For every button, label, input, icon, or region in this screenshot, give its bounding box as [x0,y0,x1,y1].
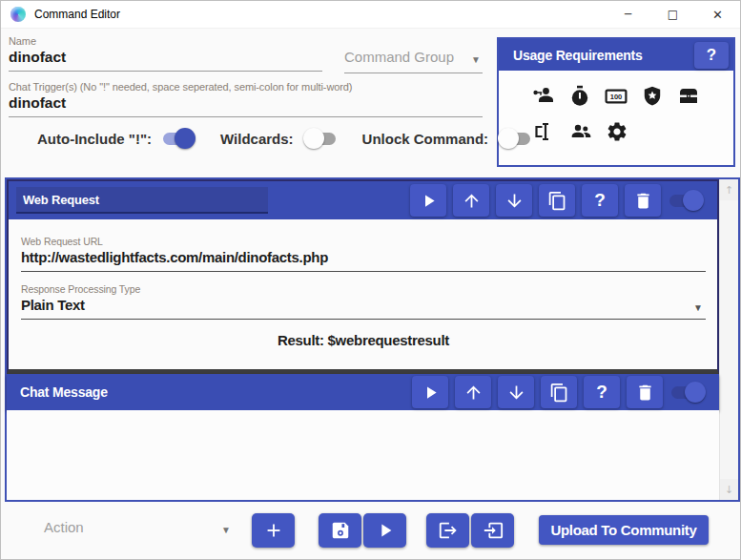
usage-requirements-header: Usage Requirements ? [499,39,733,71]
response-type-label: Response Processing Type [21,283,706,295]
response-type-value: Plain Text [21,297,706,313]
key-person-icon[interactable] [532,85,555,108]
auto-include-label: Auto-Include "!": [37,131,152,147]
play-button[interactable] [412,376,448,408]
toggles-row: Auto-Include "!": Wildcards: Unlock Comm… [37,126,557,151]
maximize-button[interactable]: □ [650,1,695,28]
response-type-dropdown[interactable]: Response Processing Type Plain Text ▼ [21,283,706,320]
bottom-bar: Action ▼ Upload To Community [1,502,741,560]
section-enabled-toggle[interactable] [669,382,706,403]
copy-button[interactable] [539,184,575,217]
move-down-button[interactable] [498,376,534,408]
app-logo-icon [10,7,26,22]
move-up-button[interactable] [453,184,489,217]
unlock-command-toggle[interactable] [498,128,532,149]
help-button[interactable]: ? [582,184,618,217]
url-label: Web Request URL [21,236,706,247]
cost-currency-icon[interactable]: 100 [605,85,628,108]
action-placeholder: Action [44,519,233,538]
chat-message-body[interactable] [7,410,719,500]
plus-icon [263,520,284,541]
result-value: $webrequestresult [328,332,449,348]
gear-icon[interactable] [606,120,628,143]
help-button[interactable]: ? [584,376,620,408]
usage-help-button[interactable]: ? [694,42,729,69]
cooldown-timer-icon[interactable] [568,85,591,108]
web-request-toolbar: ? [410,184,704,217]
section-enabled-toggle[interactable] [668,190,704,211]
delete-button[interactable] [627,376,663,408]
titlebar: Command Editor ─ □ ✕ [1,1,740,29]
result-line: Result: $webrequestresult [21,332,706,348]
save-icon [330,520,351,541]
chevron-down-icon: ▼ [471,54,481,65]
minimize-button[interactable]: ─ [606,1,650,28]
wildcards-label: Wildcards: [220,131,294,147]
unlock-command-label: Unlock Command: [362,131,489,147]
import-icon [483,520,504,541]
treasure-chest-icon[interactable] [677,85,700,108]
shield-star-icon[interactable] [641,85,664,108]
save-button[interactable] [319,513,361,548]
actions-list: ? Web Request URL http://wastedlightfact… [7,179,719,500]
result-label: Result: [278,332,324,348]
chevron-down-icon: ▼ [693,302,703,313]
chat-triggers-input[interactable]: dinofact [9,94,483,112]
web-request-body: Web Request URL http://wastedlightfacts.… [9,236,717,348]
name-label: Name [9,35,322,47]
usage-icons-row2 [533,120,733,143]
copy-button[interactable] [541,376,577,408]
auto-include-toggle[interactable] [161,128,196,149]
chat-message-section: Chat Message ? [7,374,719,500]
web-request-section: ? Web Request URL http://wastedlightfact… [7,179,719,374]
export-button[interactable] [426,513,469,548]
url-field-group: Web Request URL http://wastedlightfacts.… [21,236,706,272]
usage-icons-row1: 100 [499,85,733,108]
window-title: Command Editor [34,8,120,21]
chat-triggers-label: Chat Trigger(s) (No "!" needed, space se… [9,81,483,93]
chat-triggers-group: Chat Trigger(s) (No "!" needed, space se… [9,81,483,117]
run-button[interactable] [363,513,406,548]
name-field-group: Name dinofact [9,35,322,72]
chevron-down-icon: ▼ [221,525,231,535]
export-icon [438,520,459,541]
name-input[interactable]: dinofact [9,49,322,66]
command-group-dropdown[interactable]: Command Group ▼ [344,49,483,73]
scroll-down-icon[interactable]: ↓ [720,479,738,500]
web-request-header: ? [9,181,717,219]
action-dropdown[interactable]: Action ▼ [44,519,233,538]
wildcards-toggle[interactable] [303,128,338,149]
play-button[interactable] [410,184,446,217]
svg-text:100: 100 [610,93,623,101]
url-input[interactable]: http://wastedlightfacts.com/main/dinofac… [21,249,706,265]
chat-message-toolbar: ? [412,376,706,408]
move-down-button[interactable] [496,184,532,217]
group-icon[interactable] [569,120,592,143]
delete-button[interactable] [625,184,661,217]
play-icon [375,520,396,541]
section-title: Chat Message [20,384,108,400]
window-controls: ─ □ ✕ [606,1,740,28]
add-action-button[interactable] [252,513,295,548]
vertical-scrollbar[interactable]: ↑ ↓ [719,179,738,500]
section-name-input[interactable] [16,187,268,214]
usage-requirements-title: Usage Requirements [513,48,643,63]
import-button[interactable] [471,513,514,548]
actions-list-container: ? Web Request URL http://wastedlightfact… [5,177,740,502]
upload-to-community-button[interactable]: Upload To Community [539,515,709,545]
chat-message-header: Chat Message ? [7,374,719,410]
close-button[interactable]: ✕ [695,1,740,28]
command-editor-window: Command Editor ─ □ ✕ Name dinofact Comma… [0,0,741,560]
command-group-placeholder: Command Group [344,49,483,68]
scroll-up-icon[interactable]: ↑ [720,179,738,200]
move-up-button[interactable] [455,376,491,408]
